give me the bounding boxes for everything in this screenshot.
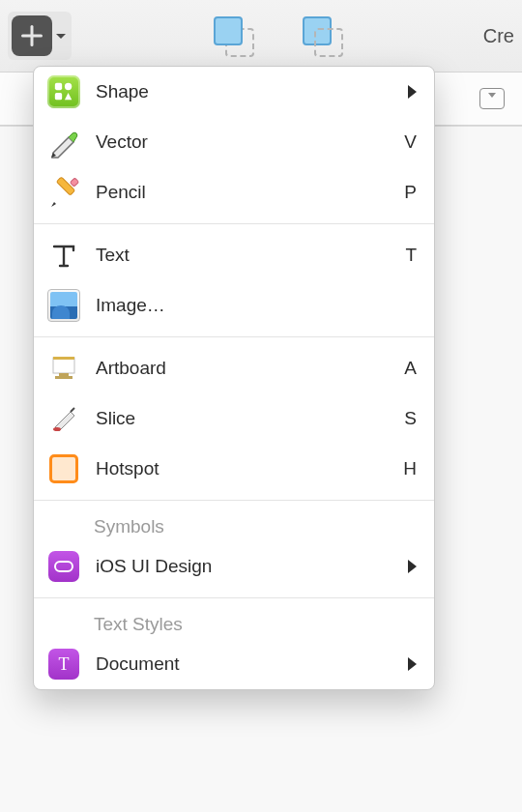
menu-item-label: Pencil xyxy=(96,182,389,203)
textstyle-icon: T xyxy=(47,648,80,681)
menu-item-document-text-styles[interactable]: T Document xyxy=(34,639,434,689)
menu-item-shortcut: A xyxy=(404,358,417,379)
boolean-union-button[interactable] xyxy=(214,16,252,55)
svg-rect-9 xyxy=(55,376,72,379)
toolbar: Cre xyxy=(0,0,522,72)
submenu-arrow-icon xyxy=(408,657,417,671)
boolean-subtract-button[interactable] xyxy=(303,16,341,55)
menu-item-label: Text xyxy=(96,245,390,266)
menu-item-label: Artboard xyxy=(96,358,389,379)
insert-button[interactable] xyxy=(8,12,72,60)
menu-section-symbols: Symbols xyxy=(34,507,434,541)
toolbar-right-label: Cre xyxy=(483,25,514,47)
svg-point-1 xyxy=(65,83,72,90)
menu-item-label: Slice xyxy=(96,408,389,429)
svg-rect-6 xyxy=(53,358,74,373)
svg-rect-7 xyxy=(53,357,74,360)
chevron-down-icon xyxy=(56,34,66,39)
menu-item-shortcut: P xyxy=(404,182,417,203)
vector-icon xyxy=(47,126,80,159)
menu-separator xyxy=(34,500,434,501)
menu-separator xyxy=(34,336,434,337)
menu-section-text-styles: Text Styles xyxy=(34,604,434,639)
menu-item-shape[interactable]: Shape xyxy=(34,67,434,117)
slice-icon xyxy=(47,402,80,435)
menu-item-image[interactable]: Image… xyxy=(34,280,434,331)
svg-marker-3 xyxy=(65,93,72,100)
menu-item-shortcut: H xyxy=(403,458,417,479)
hotspot-icon xyxy=(47,452,80,485)
menu-item-vector[interactable]: Vector V xyxy=(34,117,434,167)
menu-item-label: Image… xyxy=(96,295,417,316)
menu-item-label: Document xyxy=(96,653,392,675)
submenu-arrow-icon xyxy=(408,85,417,99)
svg-rect-2 xyxy=(55,93,62,100)
svg-rect-0 xyxy=(55,83,62,90)
menu-item-label: iOS UI Design xyxy=(96,556,392,577)
insert-menu: Shape Vector V Pencil P Text T Image… Ar… xyxy=(33,66,435,690)
svg-rect-4 xyxy=(56,177,74,195)
shape-icon xyxy=(47,75,80,108)
submenu-arrow-icon xyxy=(408,560,417,573)
svg-point-10 xyxy=(53,427,61,431)
artboard-icon xyxy=(47,352,80,385)
menu-item-artboard[interactable]: Artboard A xyxy=(34,343,434,393)
svg-rect-8 xyxy=(59,373,69,376)
menu-item-shortcut: V xyxy=(404,131,417,153)
menu-item-pencil[interactable]: Pencil P xyxy=(34,167,434,218)
menu-item-label: Hotspot xyxy=(96,458,388,479)
menu-item-shortcut: S xyxy=(404,408,417,429)
menu-item-label: Vector xyxy=(96,131,389,153)
svg-rect-5 xyxy=(70,178,78,187)
menu-separator xyxy=(34,597,434,598)
symbol-icon xyxy=(47,550,80,583)
menu-item-hotspot[interactable]: Hotspot H xyxy=(34,444,434,494)
text-icon xyxy=(47,239,80,272)
menu-item-label: Shape xyxy=(96,81,392,102)
image-icon xyxy=(47,289,80,322)
menu-item-shortcut: T xyxy=(405,245,417,266)
menu-item-slice[interactable]: Slice S xyxy=(34,393,434,444)
menu-item-ios-ui-design[interactable]: iOS UI Design xyxy=(34,541,434,592)
menu-separator xyxy=(34,223,434,224)
plus-icon xyxy=(12,15,52,56)
panel-toggle-button[interactable] xyxy=(479,88,505,109)
toolbar-center-group xyxy=(79,16,476,55)
pencil-icon xyxy=(47,176,80,209)
menu-item-text[interactable]: Text T xyxy=(34,230,434,280)
